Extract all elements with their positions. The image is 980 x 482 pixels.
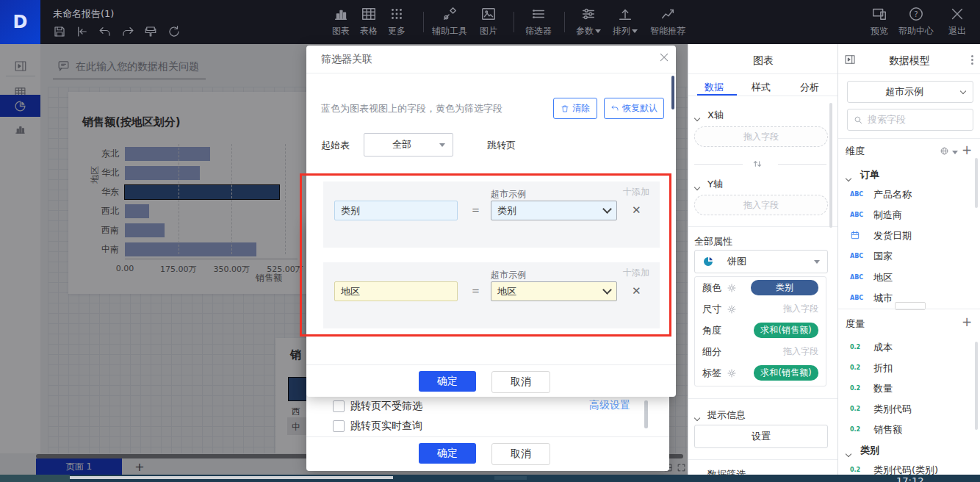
field-category-code[interactable]: 类别代码	[873, 403, 912, 416]
toolbar-more[interactable]: 更多	[375, 6, 418, 40]
chart-type-select[interactable]: 饼图	[694, 250, 828, 273]
text-field-icon: ABC	[850, 212, 866, 218]
dialog-ok-button[interactable]: 确定	[419, 371, 476, 392]
tab-analysis[interactable]: 分析	[800, 81, 819, 94]
add-dimension-icon[interactable]: +	[962, 143, 972, 157]
format-brush-icon[interactable]	[144, 25, 157, 38]
toolbar-image[interactable]: 图片	[467, 6, 510, 40]
calendar-icon	[850, 230, 860, 240]
start-table-value: 全部	[364, 138, 439, 151]
dialog-scrollbar[interactable]	[671, 76, 674, 109]
checkbox-jump-realtime-label: 跳转页实时查询	[350, 420, 422, 433]
undo-icon[interactable]	[98, 25, 112, 38]
checkbox-jump-realtime[interactable]	[333, 420, 345, 432]
tooltip-settings-button[interactable]: 设置	[694, 425, 828, 448]
size-drop-placeholder[interactable]: 拖入字段	[783, 303, 818, 315]
chart-type-value: 饼图	[727, 255, 746, 268]
y-axis-drop-zone[interactable]: 拖入字段	[694, 195, 828, 215]
x-axis-section-chevron[interactable]	[695, 112, 699, 123]
app-logo[interactable]: D	[0, 0, 40, 44]
tooltip-section-chevron[interactable]	[695, 411, 699, 422]
start-table-select[interactable]: 全部	[364, 133, 453, 157]
chart-panel-scrollbar[interactable]	[829, 103, 832, 228]
exit-button[interactable]: 退出	[936, 6, 979, 40]
toolbar-smart-recommend-label: 智能推荐	[650, 25, 685, 37]
dialog-cancel-button[interactable]: 取消	[491, 371, 550, 393]
toolbar-smart-recommend[interactable]: 智能推荐	[644, 6, 692, 40]
toolbar-filter[interactable]: 筛选器	[517, 6, 560, 40]
text-field-icon: ABC	[850, 253, 866, 259]
back-to-start-icon[interactable]	[76, 25, 89, 38]
field-search-box[interactable]: 搜索字段	[847, 109, 973, 131]
number-field-icon: 0.2	[850, 364, 866, 371]
swap-axes-icon[interactable]	[752, 158, 763, 170]
dataset-select[interactable]: 超市示例	[847, 81, 973, 103]
dialog-divider	[306, 436, 669, 437]
prop-color-label: 颜色	[702, 281, 724, 295]
label-field-pill[interactable]: 求和(销售额)	[754, 365, 818, 381]
number-field-icon: 0.2	[850, 344, 866, 350]
field-discount[interactable]: 折扣	[873, 362, 893, 375]
refresh-icon[interactable]	[167, 25, 181, 38]
add-measure-icon[interactable]: +	[962, 314, 972, 329]
clear-button-label: 清除	[572, 102, 590, 115]
toolbar-image-label: 图片	[480, 25, 497, 37]
x-axis-drop-zone[interactable]: 拖入字段	[694, 126, 828, 147]
report-title[interactable]: 未命名报告(1)	[53, 7, 114, 21]
jump-dialog-cancel-button[interactable]: 取消	[491, 443, 550, 465]
jump-dialog-ok-button[interactable]: 确定	[419, 443, 476, 464]
field-quantity[interactable]: 数量	[873, 382, 893, 395]
field-ship-date[interactable]: 发货日期	[873, 229, 912, 242]
clear-button[interactable]: 清除	[553, 98, 597, 119]
restore-default-button[interactable]: 恢复默认	[604, 98, 664, 119]
jump-dialog-scrollbar[interactable]	[644, 400, 648, 428]
color-field-pill[interactable]: 类别	[751, 280, 818, 295]
kebab-menu-icon[interactable]	[969, 54, 975, 66]
field-country[interactable]: 国家	[873, 250, 893, 263]
caret-down-icon	[595, 29, 601, 33]
gear-icon[interactable]	[727, 369, 736, 378]
chevron-down-icon	[960, 88, 966, 94]
help-center-button[interactable]: ? 帮助中心	[895, 6, 937, 40]
field-sales[interactable]: 销售额	[873, 423, 902, 436]
app-screen: D 未命名报告(1) 图表 表格 更多 辅助工具 图片	[0, 0, 980, 482]
field-product-name[interactable]: 产品名称	[873, 188, 912, 201]
measures-label: 度量	[846, 317, 865, 331]
status-strip-corner	[0, 475, 70, 482]
toolbar-arrange[interactable]: 排列	[604, 6, 646, 40]
toolbar-separator	[564, 12, 565, 32]
measure-group-category[interactable]: 类别	[860, 444, 879, 457]
advanced-settings-link[interactable]: 高级设置	[589, 399, 630, 412]
preview-label: 预览	[871, 25, 888, 37]
swap-divider	[694, 164, 743, 165]
redo-icon[interactable]	[121, 25, 134, 38]
toolbar-aux-tools[interactable]: 辅助工具	[428, 6, 471, 40]
field-manufacturer[interactable]: 制造商	[873, 209, 902, 222]
panel-divider	[688, 398, 838, 399]
caret-down-icon[interactable]	[952, 151, 958, 154]
detail-drop-placeholder[interactable]: 拖入字段	[783, 345, 818, 358]
gear-icon[interactable]	[727, 305, 736, 314]
save-icon[interactable]	[53, 25, 66, 38]
dimensions-scrollbar[interactable]	[975, 158, 978, 208]
field-city[interactable]: 城市	[873, 292, 893, 305]
x-axis-section-label: X轴	[707, 109, 724, 122]
data-model-panel: 数据模型 超市示例 搜索字段 维度 + 订单 ABC 产品名称 ABC 制造商 …	[837, 44, 980, 475]
field-cost[interactable]: 成本	[873, 341, 893, 354]
checkbox-jump-no-filter[interactable]	[333, 400, 345, 412]
gear-icon[interactable]	[727, 284, 736, 292]
close-icon[interactable]	[658, 51, 670, 63]
measure-group-chevron[interactable]	[846, 447, 851, 458]
tab-data[interactable]: 数据	[705, 81, 724, 94]
prop-row-angle: 角度 求和(销售额)	[695, 320, 826, 341]
bottom-status-strip: 17:12	[0, 475, 980, 482]
dimension-group-chevron[interactable]	[846, 172, 851, 183]
globe-icon[interactable]	[940, 146, 950, 157]
y-axis-section-chevron[interactable]	[695, 181, 699, 192]
field-region[interactable]: 地区	[873, 271, 893, 284]
tab-style[interactable]: 样式	[752, 81, 771, 94]
dimensions-label: 维度	[846, 145, 865, 158]
dimension-group-orders[interactable]: 订单	[860, 168, 879, 181]
angle-field-pill[interactable]: 求和(销售额)	[754, 323, 818, 338]
measures-scrollbar[interactable]	[975, 342, 978, 430]
